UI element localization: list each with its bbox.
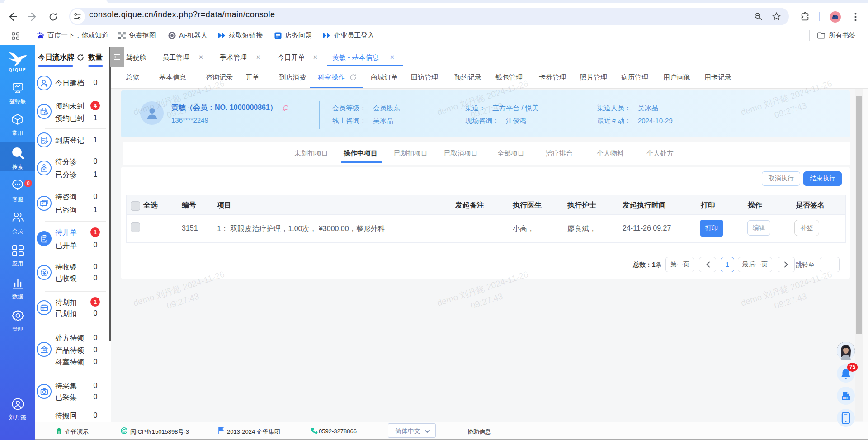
svg-text:DOC: DOC (843, 397, 849, 400)
